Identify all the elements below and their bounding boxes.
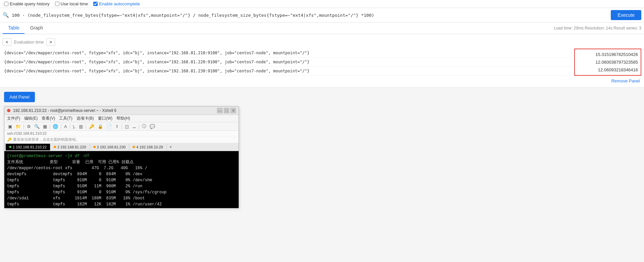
results-values: 15.315196782510426 12.060038797323585 12… (574, 49, 641, 76)
terminal-line-7: /dev/sda1 xfs 1014M 180M 835M 18% /boot (7, 195, 236, 201)
toolbar-sep-6: | (121, 124, 122, 129)
result-value-0: 15.315196782510426 (578, 51, 638, 58)
add-panel-area: Add Panel (0, 88, 644, 106)
xshell-close-button[interactable]: ✕ (231, 108, 236, 113)
xshell-ssh-text: ssh://192.168.81.210:22 (7, 131, 47, 135)
execute-button[interactable]: Execute (611, 10, 641, 20)
xshell-ssh-bar: ssh://192.168.81.210:22 (4, 131, 239, 136)
toolbar-grid-btn[interactable]: ◫ (124, 124, 130, 129)
xshell-toolbar: ▣ 📁 | ⚙ 🔍 ▦ | 🌐 | A | ⍼ ▥ | 🔑 🔒 📄 ⇧ | ◫ … (4, 122, 239, 131)
toolbar-key-btn[interactable]: 🔑 (88, 124, 95, 129)
toolbar-upload-btn[interactable]: ⇧ (114, 124, 120, 129)
toolbar-grid2-btn[interactable]: ⚊ (131, 124, 137, 129)
toolbar-open-btn[interactable]: 📁 (14, 124, 22, 129)
toolbar-lock-btn[interactable]: 🔒 (97, 124, 104, 129)
toolbar-file-btn[interactable]: 📄 (105, 124, 113, 129)
xshell-menu-file[interactable]: 文件(F) (7, 116, 20, 121)
use-local-time-text: Use local time (61, 1, 88, 6)
tab-graph[interactable]: Graph (24, 22, 48, 34)
terminal-line-5: tmpfs tmpfs 910M 11M 900M 2% /run (7, 183, 236, 189)
result-row: {device="/dev/mapper/centos-root", fstyp… (3, 58, 572, 67)
xshell-menu-view[interactable]: 查看(V) (42, 116, 55, 121)
notice-text: 要添加当前登录，点击左面的钥匙按钮。 (13, 137, 80, 142)
xshell-tab-add-button[interactable]: + (167, 143, 175, 151)
xshell-tab-label-2: 2 192.168.81.220 (57, 145, 86, 149)
xshell-terminal[interactable]: [root@prometheus-server ~]# df -hT文件系统 类… (4, 151, 239, 208)
search-icon: 🔍 (3, 12, 9, 18)
result-row: {device="/dev/mapper/centos-root", fstyp… (3, 67, 572, 76)
result-value-1: 12.060038797323585 (578, 58, 638, 66)
xshell-tab-4[interactable]: 4 192.168.10.29 (129, 144, 167, 150)
xshell-titlebar: 192.168.81.210:22 - root@prometheus-serv… (4, 107, 239, 115)
use-local-time-checkbox[interactable] (55, 2, 59, 6)
toolbar-help-btn[interactable]: ⓘ (141, 123, 147, 130)
toolbar-search-btn[interactable]: 🔍 (33, 124, 41, 129)
tab-bar: Table Graph Load time: 29ms Resolution: … (0, 22, 644, 34)
toolbar-new-btn[interactable]: ▣ (7, 124, 13, 129)
toolbar-sep-7: | (139, 124, 140, 129)
tab-dot-3 (93, 146, 96, 148)
enable-autocomplete-text: Enable autocomplete (99, 1, 140, 6)
xshell-notice-bar: 🔑 要添加当前登录，点击左面的钥匙按钮。 (4, 136, 239, 143)
top-bar: Enable query history Use local time Enab… (0, 0, 644, 8)
tab-table[interactable]: Table (3, 22, 24, 34)
add-panel-button[interactable]: Add Panel (4, 92, 35, 102)
toolbar-chat-btn[interactable]: 💬 (149, 124, 156, 129)
terminal-line-4: tmpfs tmpfs 910M 0 910M 0% /dev/shm (7, 177, 236, 183)
xshell-title-text: 192.168.81.210:22 - root@prometheus-serv… (13, 108, 214, 113)
enable-query-history-text: Enable query history (10, 1, 50, 6)
enable-autocomplete-label[interactable]: Enable autocomplete (93, 1, 140, 6)
remove-panel-link[interactable]: Remove Panel (0, 77, 644, 85)
xshell-tab-2[interactable]: 2 192.168.81.220 (50, 144, 90, 150)
xshell-menu-tools[interactable]: 工具(T) (59, 116, 72, 121)
query-input[interactable] (12, 13, 608, 18)
tab-dot-1 (9, 146, 11, 148)
terminal-line-2: /dev/mapper/centos-root xfs 47G 7.2G 40G… (7, 165, 236, 171)
terminal-line-1: 文件系统 类型 容量 已用 可用 已用% 挂载点 (7, 159, 236, 165)
terminal-line-3: devtmpfs devtmpfs 894M 0 894M 0% /dev (7, 171, 236, 177)
main-content: < Evaluation time > {device="/dev/mapper… (0, 34, 644, 88)
result-row: {device="/dev/mapper/centos-root", fstyp… (3, 49, 572, 58)
eval-time-prev-button[interactable]: < (3, 38, 11, 46)
eval-time-next-button[interactable]: > (46, 38, 55, 46)
xshell-tab-1[interactable]: 1 192.168.81.210:22 (6, 144, 50, 150)
xshell-minimize-button[interactable]: — (217, 108, 222, 113)
toolbar-screenshot-btn[interactable]: ▦ (42, 124, 48, 129)
results-labels: {device="/dev/mapper/centos-root", fstyp… (0, 49, 574, 76)
xshell-menu-window[interactable]: 窗口(W) (98, 116, 112, 121)
eval-time-label: Evaluation time (14, 40, 44, 45)
terminal-line-8: tmpfs tmpfs 182M 12K 182M 1% /run/user/4… (7, 201, 236, 207)
tab-dot-2 (54, 146, 56, 148)
toolbar-sep-1: | (23, 124, 24, 129)
results-container: {device="/dev/mapper/centos-root", fstyp… (0, 47, 644, 77)
xshell-title-dot (7, 109, 10, 112)
toolbar-globe-btn[interactable]: 🌐 (52, 124, 59, 129)
enable-query-history-label[interactable]: Enable query history (4, 1, 50, 6)
toolbar-sep-4: | (69, 124, 71, 129)
toolbar-paste-btn[interactable]: ⍼ (72, 124, 77, 129)
toolbar-text-btn[interactable]: A (63, 124, 68, 129)
xshell-tab-label-4: 4 192.168.10.29 (136, 145, 163, 149)
terminal-line-6: tmpfs tmpfs 910M 0 910M 0% /sys/fs/cgrou… (7, 189, 236, 195)
xshell-maximize-button[interactable]: □ (224, 108, 229, 113)
xshell-menu-tabs[interactable]: 选项卡(B) (77, 116, 94, 121)
toolbar-sep-2: | (49, 124, 51, 129)
toolbar-settings-btn[interactable]: ⚙ (26, 124, 32, 129)
xshell-tab-3[interactable]: 3 192.168.81.230 (90, 144, 130, 150)
toolbar-cmd-btn[interactable]: ▥ (78, 124, 84, 129)
xshell-menubar: 文件(F) 编辑(E) 查看(V) 工具(T) 选项卡(B) 窗口(W) 帮助(… (4, 115, 239, 122)
terminal-line-0: [root@prometheus-server ~]# df -hT (7, 153, 236, 159)
result-value-2: 12.06093218346416 (578, 66, 638, 74)
xshell-menu-help[interactable]: 帮助(H) (116, 116, 130, 121)
xshell-win-buttons: — □ ✕ (217, 108, 236, 113)
tab-meta: Load time: 29ms Resolution: 14s Result s… (554, 23, 641, 33)
xshell-window: 192.168.81.210:22 - root@prometheus-serv… (4, 106, 239, 208)
eval-time-row: < Evaluation time > (0, 37, 644, 47)
use-local-time-label[interactable]: Use local time (55, 1, 88, 6)
xshell-tab-label-3: 3 192.168.81.230 (97, 145, 126, 149)
enable-query-history-checkbox[interactable] (4, 2, 8, 6)
enable-autocomplete-checkbox[interactable] (93, 2, 98, 6)
toolbar-sep-3: | (60, 124, 62, 129)
xshell-tab-label-1: 1 192.168.81.210:22 (13, 145, 47, 149)
xshell-menu-edit[interactable]: 编辑(E) (24, 116, 38, 121)
